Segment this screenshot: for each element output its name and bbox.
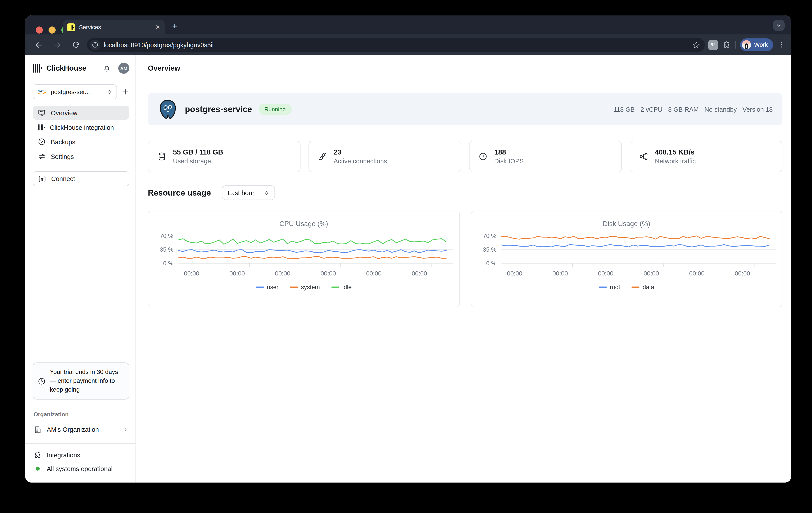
sliders-icon: [37, 152, 46, 161]
legend-swatch-icon: [599, 287, 607, 288]
sidebar-item-clickhouse-integration[interactable]: ClickHouse integration: [33, 120, 129, 134]
user-avatar[interactable]: AM: [118, 63, 129, 74]
disk-usage-chart: Disk Usage (%) 70 %35 %0 %00:0000:0000:0…: [471, 210, 782, 307]
sidebar-divider: [25, 443, 136, 444]
page-header: Overview: [136, 55, 791, 81]
gauge-icon: [478, 152, 488, 161]
chevron-right-icon: [122, 426, 128, 433]
connect-icon: [38, 175, 46, 183]
profile-button[interactable]: Work: [740, 38, 773, 51]
extensions-puzzle-icon[interactable]: [722, 40, 731, 49]
stat-label: Active connections: [334, 158, 387, 165]
legend-item-user[interactable]: user: [256, 284, 279, 290]
sidebar-nav: Overview ClickHouse integration Backups …: [33, 106, 129, 163]
tab-title: Services: [79, 24, 151, 30]
clickhouse-favicon-icon: [67, 23, 75, 31]
toolbar-right-cluster: Work: [708, 38, 785, 51]
info-icon: [92, 41, 98, 48]
chart-legend: rootdata: [471, 284, 782, 290]
sidebar-item-label: ClickHouse integration: [50, 124, 114, 131]
tab-search-button[interactable]: [773, 20, 785, 31]
menu-kebab-icon[interactable]: [778, 41, 785, 49]
organization-row[interactable]: AM's Organization: [33, 423, 129, 436]
svg-text:00:00: 00:00: [734, 270, 750, 277]
connect-button[interactable]: Connect: [33, 171, 129, 186]
stat-label: Used storage: [173, 158, 223, 165]
svg-text:00:00: 00:00: [275, 270, 290, 277]
svg-text:00:00: 00:00: [230, 270, 245, 277]
svg-text:35 %: 35 %: [483, 246, 496, 253]
chevron-up-down-icon: [264, 190, 269, 195]
history-clock-icon: [37, 138, 46, 146]
legend-item-root[interactable]: root: [599, 284, 620, 290]
resource-usage-heading: Resource usage: [148, 188, 211, 198]
svg-text:00:00: 00:00: [412, 270, 427, 277]
time-range-select[interactable]: Last hour: [222, 186, 275, 200]
forward-button[interactable]: [50, 37, 65, 52]
legend-swatch-icon: [290, 287, 298, 288]
profile-avatar: [742, 40, 751, 50]
stat-card-storage: 55 GB / 118 GB Used storage: [148, 141, 300, 172]
browser-tab-services[interactable]: Services ✕: [63, 20, 165, 34]
stat-card-iops: 188 Disk IOPS: [469, 141, 622, 172]
svg-text:70 %: 70 %: [160, 233, 173, 239]
database-icon: [157, 152, 166, 161]
status-dot-icon: [36, 467, 40, 471]
url-text[interactable]: localhost:8910/postgres/pgkybgnv0s5ii: [104, 41, 689, 48]
cpu-usage-chart: CPU Usage (%) 70 %35 %0 %00:0000:0000:00…: [148, 210, 460, 307]
service-selector-row: aws postgres-ser...: [33, 84, 129, 99]
sidebar-item-integrations[interactable]: Integrations: [33, 448, 129, 462]
main-content: postgres-service Running 118 GB · 2 vCPU…: [136, 81, 791, 483]
legend-swatch-icon: [256, 287, 264, 288]
svg-text:00:00: 00:00: [321, 270, 336, 277]
legend-item-idle[interactable]: idle: [331, 284, 352, 290]
sidebar-item-settings[interactable]: Settings: [33, 150, 129, 163]
minimize-window-button[interactable]: [49, 27, 56, 33]
add-service-button[interactable]: [121, 88, 129, 96]
new-tab-button[interactable]: +: [172, 22, 177, 30]
service-selector[interactable]: aws postgres-ser...: [33, 84, 117, 99]
svg-text:70 %: 70 %: [483, 233, 496, 239]
stat-value: 408.15 KB/s: [655, 148, 696, 156]
legend-item-system[interactable]: system: [290, 284, 320, 290]
chart-plot-area: 70 %35 %0 %00:0000:0000:0000:0000:0000:0…: [471, 211, 782, 307]
connect-label: Connect: [51, 175, 75, 182]
toolbar-separator: [735, 41, 735, 49]
sidebar-item-backups[interactable]: Backups: [33, 135, 129, 149]
chart-legend: usersystemidle: [148, 284, 459, 290]
screen: Services ✕ + localhost:8910: [0, 0, 812, 513]
shield-extension-button[interactable]: [708, 40, 718, 50]
organization-section-label: Organization: [33, 411, 129, 418]
browser-window: Services ✕ + localhost:8910: [25, 16, 791, 483]
clickhouse-bars-icon: [37, 124, 45, 131]
stat-card-connections: 23 Active connections: [309, 141, 461, 172]
close-window-button[interactable]: [36, 27, 43, 33]
url-bar[interactable]: localhost:8910/postgres/pgkybgnv0s5ii: [87, 38, 704, 52]
stat-value: 188: [494, 148, 524, 156]
svg-text:aws: aws: [38, 89, 45, 93]
legend-swatch-icon: [331, 287, 339, 288]
browser-toolbar: localhost:8910/postgres/pgkybgnv0s5ii Wo…: [25, 34, 791, 55]
sidebar-item-overview[interactable]: Overview: [33, 106, 129, 120]
charts-row: CPU Usage (%) 70 %35 %0 %00:0000:0000:00…: [148, 210, 782, 307]
svg-text:00:00: 00:00: [598, 270, 613, 277]
service-specs: 118 GB · 2 vCPU · 8 GB RAM · No standby …: [613, 106, 773, 113]
svg-text:35 %: 35 %: [160, 246, 173, 253]
integrations-puzzle-icon: [33, 451, 42, 459]
legend-item-data[interactable]: data: [632, 284, 654, 290]
system-status-row[interactable]: All systems operational: [33, 462, 129, 476]
main-panel: Overview postgres-service Runn: [136, 55, 791, 483]
tab-close-icon[interactable]: ✕: [155, 24, 160, 30]
site-info-button[interactable]: [90, 39, 100, 50]
bookmark-star-icon[interactable]: [692, 41, 700, 49]
sidebar: ClickHouse AM aws postgres-ser...: [25, 55, 136, 483]
tab-strip: Services ✕ +: [25, 16, 791, 34]
reload-button[interactable]: [68, 37, 83, 52]
back-button[interactable]: [31, 37, 46, 52]
resource-usage-row: Resource usage Last hour: [148, 186, 782, 200]
svg-text:00:00: 00:00: [689, 270, 704, 277]
trial-notice[interactable]: Your trial ends in 30 days — enter payme…: [33, 363, 129, 400]
clickhouse-logo-icon: [33, 63, 43, 73]
bell-icon[interactable]: [103, 64, 111, 73]
service-selector-value: postgres-ser...: [51, 88, 103, 95]
